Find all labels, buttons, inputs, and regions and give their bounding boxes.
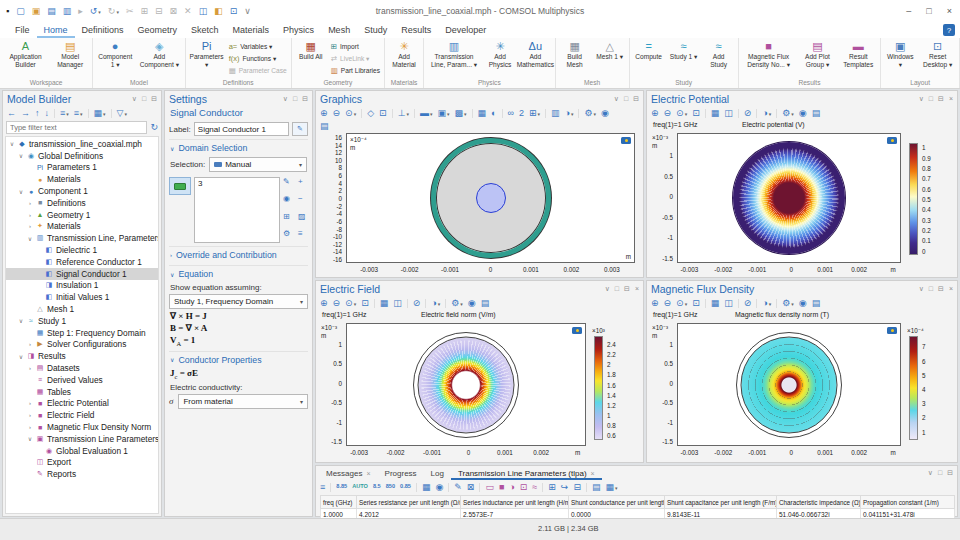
export-table-icon[interactable]: ↪	[561, 483, 569, 492]
mesh-1-button[interactable]: △Mesh 1 ▾	[593, 39, 627, 62]
table-surface-icon[interactable]: ▭	[485, 483, 494, 492]
table-graph-icon[interactable]: ⊡	[520, 483, 528, 492]
image-icon[interactable]: ⊞▾	[529, 109, 540, 118]
save-icon[interactable]: ▤	[47, 7, 56, 16]
zoom-extents-icon[interactable]: ⊙▾	[676, 299, 687, 308]
tree-node-geometry-1[interactable]: ›▲Geometry 1	[6, 209, 158, 221]
tree-node-study-1[interactable]: ∨≈Study 1	[6, 315, 158, 327]
lock-axes-icon[interactable]: ⊘	[744, 299, 752, 308]
add-component-button[interactable]: ◈Add Component ▾	[136, 39, 182, 69]
print-icon[interactable]: ▤	[812, 299, 821, 308]
tree-chevron-icon[interactable]: ›	[27, 424, 33, 430]
ribbon-tab-geometry[interactable]: Geometry	[131, 23, 185, 38]
refresh-icon[interactable]: ↻	[150, 123, 158, 132]
full-precision-icon[interactable]: 8.85	[336, 484, 347, 490]
tree-chevron-icon[interactable]: ∨	[27, 235, 33, 242]
pin-icon[interactable]: ⊟	[938, 285, 944, 293]
domain-selection-list[interactable]: 3	[194, 177, 280, 243]
tree-node-materials[interactable]: ›✦Materials	[6, 221, 158, 233]
tree-node-derived-values[interactable]: ≡Derived Values	[6, 374, 158, 386]
snapshot-icon[interactable]: ◉	[799, 109, 807, 118]
close-icon[interactable]: ×	[366, 470, 370, 477]
pin-icon[interactable]: ⊟	[938, 95, 944, 103]
import-button[interactable]: ⊞Import	[329, 41, 382, 52]
tree-node-transmission-line-coaxial-mph[interactable]: ∨◆transmission_line_coaxial.mph	[6, 138, 158, 150]
equation-study-dropdown[interactable]: Study 1, Frequency Domain ▾	[169, 294, 308, 309]
transparency-icon[interactable]: ∞	[508, 109, 514, 118]
variables-button[interactable]: a=Variables ▾	[227, 41, 289, 52]
tree-chevron-icon[interactable]: ›	[27, 223, 33, 229]
copy-selected-icon[interactable]: ⊟	[573, 483, 581, 492]
copy-selection-icon[interactable]: ⊞	[283, 213, 293, 226]
move-up-icon[interactable]: ↑	[35, 109, 40, 118]
zoom-out-icon[interactable]: ⊖	[664, 299, 672, 308]
tree-chevron-icon[interactable]: ∨	[18, 353, 24, 360]
default-view-icon[interactable]: ⊡	[692, 109, 700, 118]
ribbon-tab-definitions[interactable]: Definitions	[75, 23, 131, 38]
plot-in-graphics-icon[interactable]: ◫	[393, 299, 402, 308]
tree-node-results[interactable]: ∨◨Results	[6, 350, 158, 362]
magnetic-flux-canvas[interactable]	[677, 323, 901, 446]
automatic-notation-icon[interactable]: AUTO	[352, 484, 368, 490]
table-settings-icon[interactable]: ▦	[422, 483, 431, 492]
view-icon[interactable]: ▣▾	[438, 109, 450, 118]
color-theme-icon[interactable]: ◑▾	[762, 299, 771, 308]
settings-icon[interactable]: ⚙▾	[451, 299, 463, 308]
zoom-out-icon[interactable]: ⊖	[333, 299, 341, 308]
tree-chevron-icon[interactable]: ›	[27, 400, 33, 406]
print-icon[interactable]: ▤	[320, 122, 329, 131]
collapse-icon[interactable]: ∨	[919, 95, 924, 103]
tree-node-insulation-1[interactable]: ◨Insulation 1	[6, 280, 158, 292]
section-equation[interactable]: ∨ Equation	[169, 265, 308, 281]
add-mathematics-button[interactable]: ΔuAdd Mathematics	[518, 39, 553, 69]
fit-icon[interactable]: ⊡	[379, 109, 387, 118]
tree-node-transmission-line-parameters[interactable]: ∨▥Transmission Line, Parameters	[6, 232, 158, 244]
active-selection-icon[interactable]: ◉	[283, 195, 293, 208]
tree-node-global-definitions[interactable]: ∨◉Global Definitions	[6, 150, 158, 162]
collapse-icon[interactable]: ∨	[605, 285, 610, 293]
zoom-out-icon[interactable]: ⊖	[664, 109, 672, 118]
list-item[interactable]: 3	[198, 179, 276, 188]
windows-button[interactable]: ▣Windows ▾	[883, 39, 917, 69]
component-1-button[interactable]: ●Component 1 ▾	[95, 39, 135, 69]
tab-messages[interactable]: Messages×	[319, 467, 378, 480]
label-field[interactable]: Signal Conductor 1	[194, 122, 289, 136]
minimize-button[interactable]: –	[906, 6, 911, 16]
tree-chevron-icon[interactable]: ∨	[18, 317, 24, 324]
tree-chevron-icon[interactable]: ›	[27, 212, 33, 218]
open-file-icon[interactable]: ▣	[32, 7, 41, 16]
table-window-icon[interactable]: ▤	[592, 483, 601, 492]
settings-icon[interactable]: ⚙▾	[782, 109, 794, 118]
float-icon[interactable]: □	[293, 95, 297, 103]
pin-icon[interactable]: ⊟	[151, 95, 157, 103]
application-builder-button[interactable]: AApplication Builder	[2, 39, 49, 69]
lock-axes-icon[interactable]: ⊘	[744, 109, 752, 118]
print-icon[interactable]: ▤	[481, 299, 490, 308]
save-as-icon[interactable]: ▥	[63, 7, 72, 16]
close-icon[interactable]: ×	[949, 95, 953, 103]
settings-window-icon[interactable]: ◧	[214, 7, 223, 16]
lighting-icon[interactable]: ◐	[491, 109, 496, 118]
plot-settings-icon[interactable]: ▦	[711, 109, 720, 118]
tree-node-dielectric-1[interactable]: ◧Dielectric 1	[6, 244, 158, 256]
plot-in-graphics-icon[interactable]: ◫	[724, 109, 733, 118]
tree-node-materials[interactable]: ●Materials	[6, 173, 158, 185]
tree-node-reports[interactable]: ✎Reports	[6, 468, 158, 480]
tree-chevron-icon[interactable]: ∨	[18, 152, 24, 159]
new-file-icon[interactable]: ▢	[16, 7, 25, 16]
add-plot-group-button[interactable]: ▤Add Plot Group ▾	[798, 39, 838, 69]
customize-qat-icon[interactable]: ∨	[244, 7, 251, 16]
float-icon[interactable]: □	[142, 95, 146, 103]
pin-icon[interactable]: ⊟	[302, 95, 308, 103]
tab-log[interactable]: Log	[424, 467, 451, 480]
magnetic-flux-density-no-button[interactable]: ■Magnetic Flux Density No... ▾	[741, 39, 797, 69]
add-study-button[interactable]: ≈Add Study	[702, 39, 736, 69]
build-all-button[interactable]: ▦Build All	[294, 39, 328, 62]
print-icon[interactable]: ▤	[812, 109, 821, 118]
electric-potential-canvas[interactable]	[677, 133, 901, 263]
result-templates-button[interactable]: ▬Result Templates	[838, 39, 878, 69]
axis-icon[interactable]: ⊥▾	[398, 109, 409, 118]
section-conductor-properties[interactable]: ∨ Conductor Properties	[169, 351, 308, 367]
ribbon-tab-physics[interactable]: Physics	[276, 23, 321, 38]
close-icon[interactable]: ×	[949, 285, 953, 293]
